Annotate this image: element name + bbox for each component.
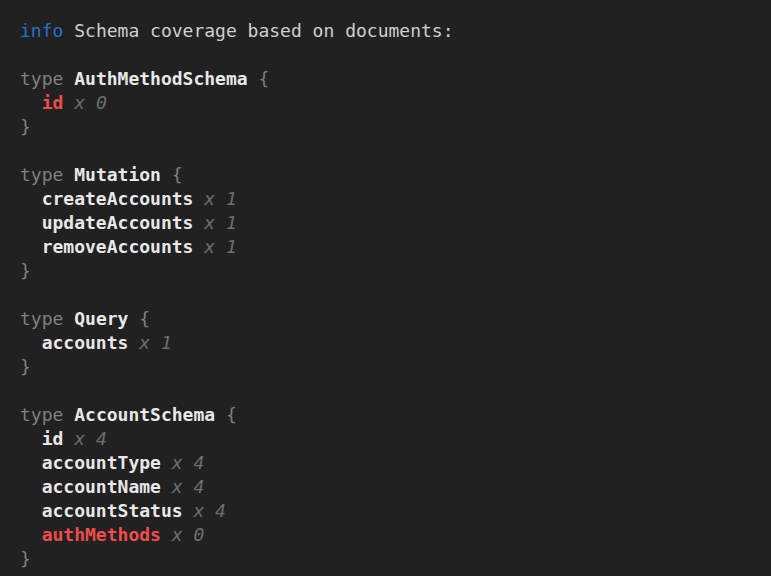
- blank-line: [20, 139, 761, 163]
- type-name: Query: [74, 308, 128, 329]
- open-brace-token: {: [226, 404, 237, 425]
- field-usage-count: x 4: [193, 500, 226, 521]
- close-brace-token: }: [20, 548, 31, 569]
- field-line: id x 4: [20, 427, 761, 451]
- field-line: accountStatus x 4: [20, 499, 761, 523]
- field-line: id x 0: [20, 91, 761, 115]
- field-name: accountName: [42, 476, 161, 497]
- field-usage-count: x 0: [74, 92, 107, 113]
- close-brace-line: }: [20, 355, 761, 379]
- field-line: accountType x 4: [20, 451, 761, 475]
- close-brace-line: }: [20, 115, 761, 139]
- field-usage-count: x 1: [204, 236, 237, 257]
- type-keyword: type: [20, 308, 63, 329]
- close-brace-line: }: [20, 547, 761, 571]
- open-brace-token: {: [139, 308, 150, 329]
- field-line: authMethods x 0: [20, 523, 761, 547]
- field-line: updateAccounts x 1: [20, 211, 761, 235]
- open-brace-token: {: [172, 164, 183, 185]
- terminal-output: info Schema coverage based on documents:…: [0, 0, 771, 576]
- type-name: AuthMethodSchema: [74, 68, 247, 89]
- field-name: accounts: [42, 332, 129, 353]
- info-badge: info: [20, 20, 63, 41]
- field-line: accountName x 4: [20, 475, 761, 499]
- field-usage-count: x 1: [204, 188, 237, 209]
- field-name: removeAccounts: [42, 236, 194, 257]
- close-brace-token: }: [20, 260, 31, 281]
- field-usage-count: x 4: [172, 452, 205, 473]
- type-declaration-line: type Query {: [20, 307, 761, 331]
- type-declaration-line: type AccountSchema {: [20, 403, 761, 427]
- blank-line: [20, 379, 761, 403]
- type-declaration-line: type AuthMethodSchema {: [20, 67, 761, 91]
- field-line: accounts x 1: [20, 331, 761, 355]
- field-usage-count: x 4: [74, 428, 107, 449]
- field-usage-count: x 1: [139, 332, 172, 353]
- field-name: createAccounts: [42, 188, 194, 209]
- header-text: Schema coverage based on documents:: [74, 20, 453, 41]
- open-brace-token: {: [258, 68, 269, 89]
- blank-line: [20, 43, 761, 67]
- field-line: removeAccounts x 1: [20, 235, 761, 259]
- field-name: id: [42, 92, 64, 113]
- type-keyword: type: [20, 164, 63, 185]
- field-name: accountType: [42, 452, 161, 473]
- field-line: createAccounts x 1: [20, 187, 761, 211]
- field-usage-count: x 4: [172, 476, 205, 497]
- field-name: updateAccounts: [42, 212, 194, 233]
- blank-line: [20, 283, 761, 307]
- close-brace-token: }: [20, 356, 31, 377]
- type-name: AccountSchema: [74, 404, 215, 425]
- field-name: authMethods: [42, 524, 161, 545]
- coverage-header-line: info Schema coverage based on documents:: [20, 19, 761, 43]
- field-usage-count: x 1: [204, 212, 237, 233]
- type-name: Mutation: [74, 164, 161, 185]
- field-name: accountStatus: [42, 500, 183, 521]
- field-usage-count: x 0: [172, 524, 205, 545]
- close-brace-line: }: [20, 259, 761, 283]
- close-brace-token: }: [20, 116, 31, 137]
- type-keyword: type: [20, 404, 63, 425]
- field-name: id: [42, 428, 64, 449]
- type-keyword: type: [20, 68, 63, 89]
- type-declaration-line: type Mutation {: [20, 163, 761, 187]
